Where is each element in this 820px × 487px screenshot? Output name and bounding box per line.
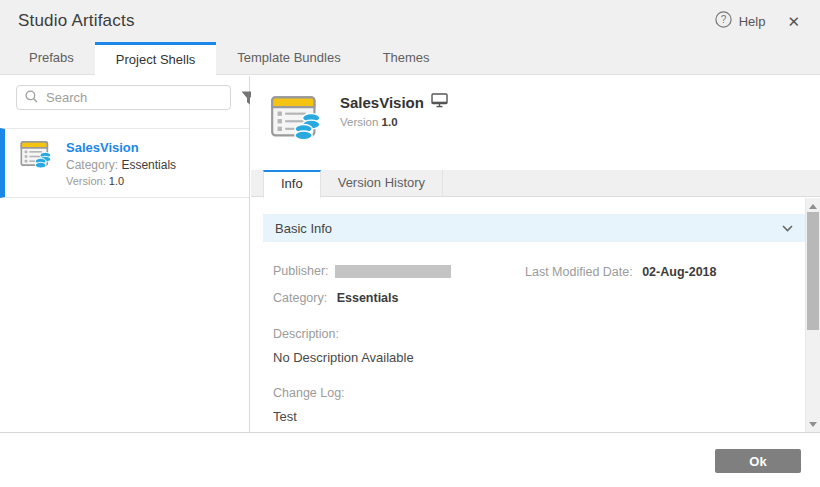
last-modified-value: 02-Aug-2018 [642,265,716,279]
help-label: Help [739,14,766,29]
studio-artifacts-dialog: Studio Artifacts ? Help ✕ Prefabs Projec… [0,0,820,487]
changelog-block: Change Log: Test [273,386,805,424]
description-value: No Description Available [273,350,805,365]
list-item-version: Version: 1.0 [66,175,176,187]
changelog-value: Test [273,409,805,424]
tab-project-shells[interactable]: Project Shells [95,42,216,76]
artifact-icon-large [270,93,322,147]
detail-tabbar: Info Version History [251,170,820,197]
list-item-category: Category: Essentials [66,158,176,172]
description-block: Description: No Description Available [273,327,805,365]
search-row [0,76,249,119]
detail-title: SalesVision [340,94,424,111]
section-title: Basic Info [275,221,332,236]
scroll-down-icon[interactable] [806,418,820,430]
artifact-icon [20,139,52,187]
list-item-salesvision[interactable]: SalesVision Category: Essentials Version… [0,128,249,198]
close-icon[interactable]: ✕ [787,14,800,29]
list-item-meta: SalesVision Category: Essentials Version… [66,139,176,187]
footer: Ok [0,432,820,487]
detail-header-text: SalesVision Version 1.0 [340,93,448,128]
category-row: Category: Essentials [273,288,805,306]
main-area: SalesVision Category: Essentials Version… [0,76,820,432]
detail-header: SalesVision Version 1.0 [251,76,820,170]
tab-template-bundles[interactable]: Template Bundles [216,42,361,75]
help-icon: ? [715,11,732,32]
monitor-icon [431,93,448,112]
vertical-scrollbar[interactable] [805,198,820,432]
chevron-down-icon[interactable] [782,225,793,232]
info-content: Basic Info Publisher: Las [251,198,805,432]
category-label: Category: [273,291,327,305]
changelog-label: Change Log: [273,386,805,400]
basic-info-fields: Publisher: Last Modified Date: 02-Aug-20… [263,262,805,432]
publisher-redacted-value [335,265,451,278]
tab-prefabs[interactable]: Prefabs [8,42,95,75]
ok-button[interactable]: Ok [715,449,801,473]
top-tabbar: Prefabs Project Shells Template Bundles … [0,42,820,75]
help-button[interactable]: ? Help [715,11,766,32]
svg-text:?: ? [720,14,726,25]
page-title: Studio Artifacts [18,11,135,31]
category-value: Essentials [337,291,399,305]
publisher-label: Publisher: [273,264,329,278]
search-input[interactable] [46,90,222,105]
basic-info-section-header[interactable]: Basic Info [263,214,805,242]
tab-info[interactable]: Info [263,170,321,198]
list-item-title: SalesVision [66,140,176,155]
search-box[interactable] [16,85,231,110]
detail-panel: SalesVision Version 1.0 [251,76,820,432]
last-modified-label: Last Modified Date: [525,265,633,279]
scrollbar-thumb[interactable] [807,212,819,330]
description-label: Description: [273,327,805,341]
titlebar-actions: ? Help ✕ [715,11,800,32]
publisher-row: Publisher: Last Modified Date: 02-Aug-20… [273,262,805,280]
sidebar: SalesVision Category: Essentials Version… [0,76,250,432]
scroll-up-icon[interactable] [806,200,820,212]
titlebar: Studio Artifacts ? Help ✕ [0,0,820,42]
detail-version: Version 1.0 [340,116,448,128]
tab-version-history[interactable]: Version History [321,170,443,197]
tab-themes[interactable]: Themes [362,42,451,75]
search-icon [25,89,38,107]
